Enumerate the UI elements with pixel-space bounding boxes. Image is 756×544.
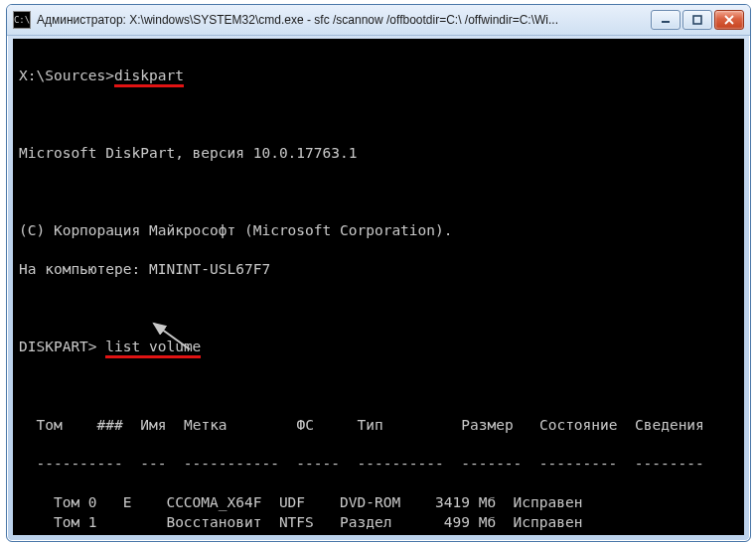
close-icon	[724, 15, 734, 25]
window-controls	[651, 10, 744, 30]
cmd-list-volume: list volume	[105, 339, 201, 358]
copyright-line: (C) Корпорация Майкрософт (Microsoft Cor…	[19, 221, 738, 241]
titlebar[interactable]: C:\ Администратор: X:\windows\SYSTEM32\c…	[7, 5, 750, 36]
table-header: Том ### Имя Метка ФС Тип Размер Состояни…	[19, 416, 738, 436]
blank	[19, 183, 738, 203]
computer-line: На компьютере: MININT-USL67F7	[19, 260, 738, 280]
minimize-button[interactable]	[651, 10, 680, 30]
blank	[19, 377, 738, 397]
cmd-icon: C:\	[13, 11, 31, 29]
blank	[19, 105, 738, 125]
table-divider: ---------- --- ----------- ----- -------…	[19, 455, 738, 475]
close-button[interactable]	[714, 10, 744, 30]
prompt-line-2: DISKPART> list volume	[19, 338, 738, 357]
svg-rect-1	[693, 16, 701, 24]
cmd-diskpart: diskpart	[114, 68, 184, 87]
diskpart-version: Microsoft DiskPart, версия 10.0.17763.1	[19, 144, 738, 164]
minimize-icon	[661, 15, 671, 25]
blank	[19, 299, 738, 319]
prompt-line-1: X:\Sources>diskpart	[19, 67, 738, 86]
volume-table-body: Том 0 E CCCOMA_X64F UDF DVD-ROM 3419 Мб …	[19, 494, 670, 535]
window-title: Администратор: X:\windows\SYSTEM32\cmd.e…	[37, 13, 651, 27]
maximize-icon	[692, 15, 702, 25]
window-frame: C:\ Администратор: X:\windows\SYSTEM32\c…	[6, 4, 751, 542]
terminal-output[interactable]: X:\Sources>diskpart Microsoft DiskPart, …	[13, 39, 744, 535]
maximize-button[interactable]	[682, 10, 712, 30]
